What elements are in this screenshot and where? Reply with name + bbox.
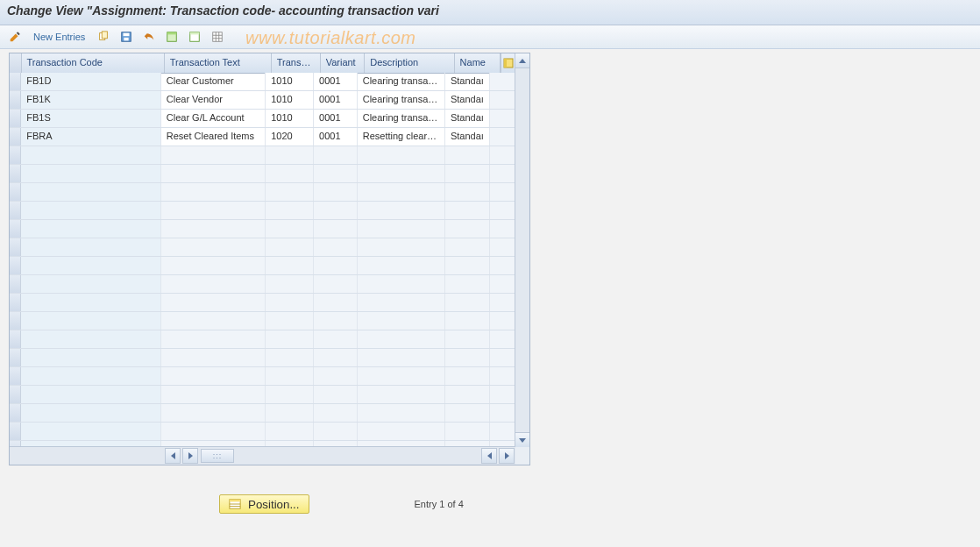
col-header-name[interactable]: Name: [455, 53, 501, 73]
row-handle[interactable]: [10, 146, 21, 164]
table-row: FB1DClear Customer10100001Clearing trans…: [10, 73, 515, 91]
row-handle[interactable]: [10, 367, 21, 385]
table-row: [10, 386, 515, 404]
row-handle[interactable]: [10, 238, 21, 256]
row-handle[interactable]: [10, 202, 21, 219]
new-entries-button[interactable]: New Entries: [28, 32, 90, 42]
cell-c4[interactable]: 0001: [314, 73, 358, 90]
watermark-text: www.tutorialkart.com: [245, 28, 416, 48]
scroll-down-icon[interactable]: [515, 432, 529, 447]
row-handle[interactable]: [10, 386, 21, 403]
row-handle[interactable]: [10, 128, 21, 146]
row-handle[interactable]: [10, 183, 21, 201]
row-handle[interactable]: [10, 294, 21, 311]
cell-c4[interactable]: 0001: [314, 110, 358, 127]
cell-filler: [490, 367, 515, 385]
cell-c2: Clear Vendor: [161, 91, 266, 109]
cell-c4[interactable]: 0001: [314, 91, 358, 109]
cell-c1: [21, 312, 161, 330]
cell-c4: [314, 312, 358, 330]
col-header-transaction[interactable]: Transac...: [272, 53, 321, 73]
copy-icon[interactable]: [94, 27, 113, 46]
cell-c2: [161, 330, 266, 348]
row-handle[interactable]: [10, 349, 21, 366]
cell-c6: [445, 165, 490, 182]
select-all-handle[interactable]: [10, 53, 22, 73]
hscroll-thumb[interactable]: :::: [201, 449, 234, 463]
cell-c1: [21, 275, 161, 293]
cell-c2: [161, 386, 266, 403]
cell-c5: [358, 275, 445, 293]
scroll-right-end-icon[interactable]: [499, 448, 515, 464]
cell-c1: [21, 165, 161, 182]
grid-header-row: Transaction Code Transaction Text Transa…: [10, 53, 515, 74]
col-header-transaction-code[interactable]: Transaction Code: [22, 53, 165, 73]
scroll-left-icon[interactable]: [165, 448, 181, 464]
select-all-icon[interactable]: [162, 27, 181, 46]
col-header-variant[interactable]: Variant: [321, 53, 366, 73]
cell-c6: [445, 275, 490, 293]
position-button-label: Position...: [248, 498, 300, 511]
col-header-transaction-text[interactable]: Transaction Text: [165, 53, 272, 73]
cell-c1: [21, 330, 161, 348]
cell-c2: [161, 404, 266, 422]
configure-columns-icon[interactable]: [501, 53, 515, 73]
table-row: [10, 257, 515, 275]
table-settings-icon[interactable]: [208, 27, 227, 46]
row-handle[interactable]: [10, 91, 21, 109]
cell-c4: [314, 165, 358, 182]
scroll-up-icon[interactable]: [515, 53, 529, 68]
position-button[interactable]: Position...: [219, 494, 309, 514]
cell-c4[interactable]: 0001: [314, 128, 358, 146]
table-row: [10, 220, 515, 238]
cell-c1: [21, 423, 161, 440]
row-handle[interactable]: [10, 165, 21, 182]
scroll-right-icon[interactable]: [182, 448, 198, 464]
deselect-all-icon[interactable]: [185, 27, 204, 46]
page-title: Change View "Assignment: Transaction cod…: [0, 0, 980, 25]
cell-c2: [161, 367, 266, 385]
row-handle[interactable]: [10, 257, 21, 274]
cell-c6: [445, 220, 490, 238]
row-handle[interactable]: [10, 220, 21, 238]
vertical-scrollbar[interactable]: [515, 53, 529, 447]
cell-c3[interactable]: 1010: [266, 110, 314, 127]
table-row: FBRAReset Cleared Items10200001Resetting…: [10, 128, 515, 146]
cell-c5: [358, 404, 445, 422]
horizontal-scrollbar[interactable]: :::: [10, 446, 515, 465]
row-handle[interactable]: [10, 275, 21, 293]
col-header-description[interactable]: Description: [365, 53, 454, 73]
cell-c4: [314, 202, 358, 219]
entry-count-label: Entry 1 of 4: [415, 499, 464, 509]
cell-c3: [266, 349, 314, 366]
edit-icon[interactable]: [5, 27, 25, 46]
row-handle[interactable]: [10, 404, 21, 422]
undo-icon[interactable]: [139, 27, 159, 46]
cell-c3: [266, 386, 314, 403]
row-handle[interactable]: [10, 73, 21, 90]
cell-c3[interactable]: 1020: [266, 128, 314, 146]
cell-c5: [358, 202, 445, 219]
cell-c6: [445, 183, 490, 201]
cell-c3[interactable]: 1010: [266, 91, 314, 109]
cell-c6: [445, 423, 490, 440]
cell-c2: [161, 238, 266, 256]
scroll-left-end-icon[interactable]: [481, 448, 497, 464]
row-handle[interactable]: [10, 110, 21, 127]
cell-filler: [490, 294, 515, 311]
row-handle[interactable]: [10, 330, 21, 348]
cell-c5: Clearing transactio…: [358, 110, 445, 127]
cell-c5: [358, 367, 445, 385]
save-icon[interactable]: [117, 27, 136, 46]
cell-c2: Reset Cleared Items: [161, 128, 266, 146]
cell-c3[interactable]: 1010: [266, 73, 314, 90]
cell-c3: [266, 275, 314, 293]
cell-c6: [445, 349, 490, 366]
cell-c2: [161, 146, 266, 164]
row-handle[interactable]: [10, 312, 21, 330]
cell-c5: [358, 294, 445, 311]
cell-c4: [314, 220, 358, 238]
table-row: [10, 275, 515, 294]
row-handle[interactable]: [10, 423, 21, 440]
cell-c6: Standaı: [445, 110, 490, 127]
